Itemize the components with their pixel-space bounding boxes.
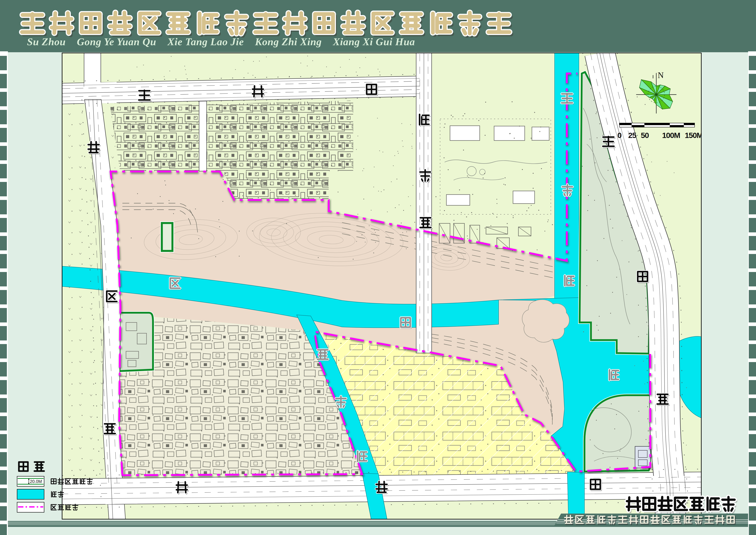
svg-text:150M: 150M	[685, 131, 703, 140]
svg-text:20.0M: 20.0M	[30, 479, 42, 484]
svg-text:N: N	[658, 70, 664, 80]
svg-text:0: 0	[617, 131, 622, 140]
svg-text:50: 50	[641, 131, 649, 140]
svg-text:100M: 100M	[662, 131, 680, 140]
svg-text:25: 25	[628, 131, 636, 140]
